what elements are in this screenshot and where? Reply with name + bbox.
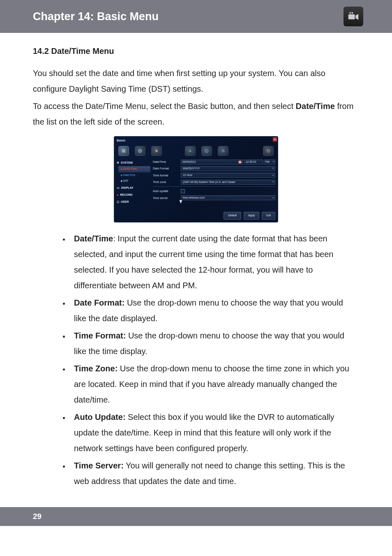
sidebar-display-label: DISPLAY [121,185,134,190]
sidebar-dst-label: DST [123,179,129,182]
sidebar-system-label: SYSTEM [121,160,133,165]
sidebar-user-label: USER [121,199,129,204]
calendar-icon[interactable]: 📅 [238,160,242,164]
record-icon: ● [117,192,118,197]
intro2-bold: Date/Time [296,102,335,111]
autoupdate-label: Auto update [153,188,181,194]
gear-icon: ✲ [117,160,119,165]
toolbar-record-icon[interactable] [151,146,162,156]
dateformat-label: Date Format [153,166,181,171]
svg-text:i: i [206,150,207,152]
timezone-select[interactable]: (GMT-05:00) Eastern Time (U.S. and Canad [181,180,275,185]
toolbar-basic-icon[interactable] [118,146,129,156]
exit-button[interactable]: Exit [262,212,275,219]
sidebar-datetime-sub-label: Date/Time [123,174,136,176]
camera-icon [344,7,363,26]
sidebar-sub-datetime[interactable]: ■ Date/Time [117,172,150,178]
sidebar-datetime-label: DATE/TIME [123,167,137,170]
sidebar-record-label: RECORD [120,192,132,197]
dvr-main-panel: Date/Time 09/05/2012 📅 12:35:23 PM Date … [152,158,278,207]
dvr-screenshot: × Basic i ✲ SYSTEM [33,136,359,222]
timeserver-label: Time server [153,195,181,201]
sidebar-item-datetime[interactable]: ● DATE/TIME [118,166,150,172]
time-input[interactable]: 12:35:23 [244,160,263,164]
close-icon[interactable]: × [273,137,277,141]
intro2-a: To access the Date/Time Menu, select the… [33,102,296,111]
bullet-timezone: Time Zone: Use the drop-down menu to cho… [70,361,359,408]
dvr-window: × Basic i ✲ SYSTEM [114,136,278,222]
sidebar-item-record[interactable]: ● RECORD [117,191,150,198]
intro-paragraph-1: You should set the date and time when fi… [33,65,359,97]
bullet-timeformat: Time Format: Use the drop-down menu to c… [70,328,359,359]
timezone-label: Time zone [153,179,181,185]
toolbar-power-icon[interactable] [263,146,274,156]
svg-point-2 [349,12,351,14]
page-footer: 29 [0,507,392,526]
timeformat-select[interactable]: 12-Hour [181,173,275,178]
bullet-autoupdate: Auto Update: Select this box if you woul… [70,409,359,456]
svg-rect-4 [122,149,125,153]
dvr-toolbar: i [114,144,278,158]
sidebar-item-system[interactable]: ✲ SYSTEM [117,159,150,166]
sidebar-item-display[interactable]: ▭ DISPLAY [117,184,150,191]
user-icon: ☖ [117,199,119,204]
sidebar-item-user[interactable]: ☖ USER [117,198,150,205]
default-button[interactable]: Default [224,212,241,219]
sidebar-sub-dst[interactable]: ■ DST [117,178,150,184]
toolbar-live-icon[interactable] [135,146,145,156]
dvr-sidebar: ✲ SYSTEM ● DATE/TIME ■ Date/Time ■ DST ▭ [114,158,152,207]
dvr-titlebar: Basic [114,137,278,144]
chapter-title: Chapter 14: Basic Menu [33,10,159,23]
intro-paragraph-2: To access the Date/Time Menu, select the… [33,98,359,130]
svg-point-6 [140,151,141,151]
toolbar-network-icon[interactable] [218,146,228,156]
ampm-select[interactable]: PM [264,160,275,164]
bullet-list: Date/Time: Input the current date using … [33,231,359,489]
page-number: 29 [33,512,42,521]
date-input[interactable]: 09/05/2012 📅 [181,160,243,164]
datetime-field[interactable]: 09/05/2012 📅 12:35:23 PM [181,160,275,164]
bullet-timeserver: Time Server: You will generally not need… [70,458,359,489]
timeformat-label: Time format [153,173,181,178]
toolbar-alarm-icon[interactable] [185,146,196,156]
svg-point-3 [351,12,353,14]
toolbar-info-icon[interactable]: i [201,146,212,156]
bullet-dateformat: Date Format: Use the drop-down menu to c… [70,295,359,326]
dvr-button-row: Default Apply Exit [114,207,278,222]
page-content: 14.2 Date/Time Menu You should set the d… [0,33,392,507]
section-title: 14.2 Date/Time Menu [33,43,359,59]
autoupdate-checkbox[interactable] [181,189,185,193]
svg-rect-0 [348,14,355,19]
apply-button[interactable]: Apply [244,212,259,219]
svg-marker-1 [355,14,358,20]
datetime-label: Date/Time [153,159,181,164]
timeserver-select[interactable]: time.windows.com [181,195,275,200]
page-header: Chapter 14: Basic Menu [0,0,392,33]
dateformat-select[interactable]: MM/DD/YYYY [181,166,275,171]
svg-point-7 [155,150,158,152]
monitor-icon: ▭ [117,185,120,190]
bullet-datetime: Date/Time: Input the current date using … [70,231,359,293]
